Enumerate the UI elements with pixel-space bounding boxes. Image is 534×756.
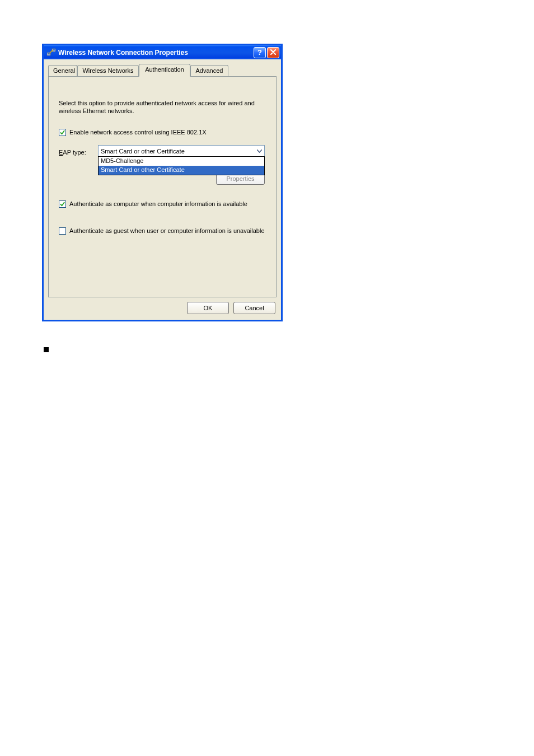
eap-type-combobox[interactable]: Smart Card or other Certificate (98, 145, 265, 156)
dialog-footer-buttons: OK Cancel (44, 302, 281, 320)
tab-general[interactable]: General (48, 65, 77, 76)
tab-wireless-networks[interactable]: Wireless Networks (77, 65, 139, 76)
ok-button[interactable]: OK (187, 302, 229, 314)
close-icon (270, 49, 276, 57)
auth-as-computer-checkbox[interactable] (59, 200, 66, 208)
eap-type-selected-value: Smart Card or other Certificate (101, 148, 255, 155)
close-button[interactable] (267, 47, 279, 58)
bullet-square (44, 347, 49, 352)
tab-panel-authentication: Select this option to provide authentica… (48, 76, 277, 297)
enable-8021x-checkbox[interactable] (59, 129, 66, 136)
auth-as-guest-label: Authenticate as guest when user or compu… (69, 227, 265, 235)
chevron-down-icon[interactable] (255, 146, 264, 156)
tab-strip: General Wireless Networks Authentication… (48, 64, 277, 76)
enable-8021x-label: Enable network access control using IEEE… (69, 128, 207, 136)
tab-authentication[interactable]: Authentication (139, 64, 190, 77)
eap-type-label: EAP type: (59, 149, 86, 156)
help-button[interactable]: ? (254, 47, 266, 58)
auth-as-guest-row: Authenticate as guest when user or compu… (59, 227, 265, 235)
auth-as-guest-checkbox[interactable] (59, 227, 66, 235)
cancel-button[interactable]: Cancel (233, 302, 275, 314)
auth-as-computer-label: Authenticate as computer when computer i… (69, 200, 247, 208)
properties-dialog: Wireless Network Connection Properties ?… (42, 44, 283, 321)
eap-option-smartcard[interactable]: Smart Card or other Certificate (99, 166, 264, 175)
tab-advanced[interactable]: Advanced (190, 65, 228, 76)
eap-type-dropdown-list: MD5-Challenge Smart Card or other Certif… (98, 156, 265, 175)
eap-option-md5[interactable]: MD5-Challenge (99, 157, 264, 166)
network-connection-icon (47, 48, 56, 57)
help-icon: ? (257, 48, 262, 57)
auth-as-computer-row: Authenticate as computer when computer i… (59, 200, 247, 208)
window-title: Wireless Network Connection Properties (58, 49, 252, 57)
description-text: Select this option to provide authentica… (59, 99, 266, 115)
titlebar[interactable]: Wireless Network Connection Properties ? (44, 45, 281, 59)
enable-8021x-row: Enable network access control using IEEE… (59, 128, 207, 136)
